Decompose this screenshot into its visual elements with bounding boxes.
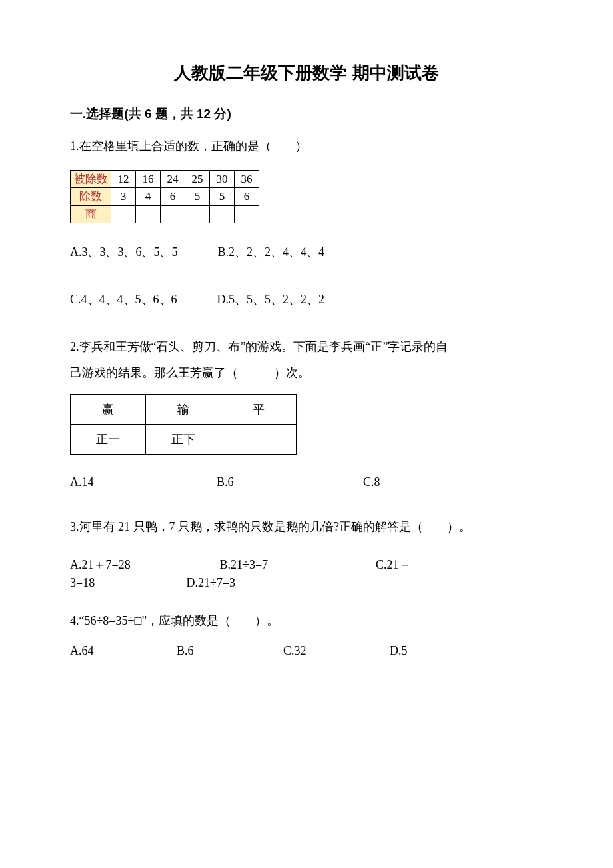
q3-opt-d: D.21÷7=3 bbox=[187, 576, 236, 589]
q1-divisor-4: 5 bbox=[210, 188, 235, 206]
q2-opt-a: A.14 bbox=[70, 473, 217, 491]
q1-divisor-0: 3 bbox=[111, 188, 136, 206]
q3-opt-a: A.21＋7=28 bbox=[70, 556, 217, 574]
table-row: 被除数 12 16 24 25 30 36 bbox=[71, 170, 259, 188]
q2-cell-draw bbox=[221, 425, 297, 455]
exam-page: 人教版二年级下册数学 期中测试卷 一.选择题(共 6 题，共 12 分) 1.在… bbox=[0, 0, 613, 720]
q2-options: A.14 B.6 C.8 bbox=[70, 473, 543, 491]
q3-opt-c-part1: C.21－ bbox=[376, 558, 411, 571]
q2-text-line2: 己游戏的结果。那么王芳赢了（ ）次。 bbox=[70, 364, 543, 382]
q1-options-row2: C.4、4、4、5、6、6 D.5、5、5、2、2、2 bbox=[70, 291, 543, 309]
q3-opt-c-part2: 3=18 bbox=[70, 574, 183, 592]
q4-options: A.64 B.6 C.32 D.5 bbox=[70, 642, 543, 660]
q4-opt-c: C.32 bbox=[283, 642, 390, 660]
q1-row1-label: 被除数 bbox=[71, 170, 111, 188]
q1-quot-0 bbox=[111, 205, 136, 223]
table-row: 除数 3 4 6 5 5 6 bbox=[71, 188, 259, 206]
q1-opt-c: C.4、4、4、5、6、6 bbox=[70, 291, 177, 309]
q2-header-lose: 输 bbox=[146, 395, 221, 425]
q1-divisor-1: 4 bbox=[136, 188, 161, 206]
q3-text: 3.河里有 21 只鸭，7 只鹅，求鸭的只数是鹅的几倍?正确的解答是（ ）。 bbox=[70, 518, 543, 536]
q1-quot-4 bbox=[210, 205, 235, 223]
table-row: 赢 输 平 bbox=[71, 395, 297, 425]
q2-cell-win: 正一 bbox=[71, 425, 146, 455]
question-4: 4.“56÷8=35÷□”，应填的数是（ ）。 A.64 B.6 C.32 D.… bbox=[70, 612, 543, 660]
question-2: 2.李兵和王芳做“石头、剪刀、布”的游戏。下面是李兵画“正”字记录的自 己游戏的… bbox=[70, 338, 543, 491]
table-row: 正一 正下 bbox=[71, 425, 297, 455]
q4-text: 4.“56÷8=35÷□”，应填的数是（ ）。 bbox=[70, 612, 543, 630]
q4-opt-d: D.5 bbox=[390, 642, 496, 660]
q1-row2-label: 除数 bbox=[71, 188, 111, 206]
q2-table: 赢 输 平 正一 正下 bbox=[70, 394, 297, 455]
q2-header-draw: 平 bbox=[221, 395, 297, 425]
page-title: 人教版二年级下册数学 期中测试卷 bbox=[70, 60, 543, 86]
q1-text: 1.在空格里填上合适的数，正确的是（ ） bbox=[70, 137, 543, 155]
q1-opt-a: A.3、3、3、6、5、5 bbox=[70, 243, 178, 261]
q1-options-row1: A.3、3、3、6、5、5 B.2、2、2、4、4、4 bbox=[70, 243, 543, 261]
q1-opt-d: D.5、5、5、2、2、2 bbox=[217, 291, 325, 309]
q1-divisor-3: 5 bbox=[185, 188, 210, 206]
q1-dividend-2: 24 bbox=[161, 170, 185, 188]
q1-dividend-3: 25 bbox=[185, 170, 210, 188]
q1-dividend-0: 12 bbox=[111, 170, 136, 188]
q1-quot-3 bbox=[185, 205, 210, 223]
question-1: 1.在空格里填上合适的数，正确的是（ ） 被除数 12 16 24 25 30 … bbox=[70, 137, 543, 309]
q1-quot-5 bbox=[235, 205, 259, 223]
section-heading: 一.选择题(共 6 题，共 12 分) bbox=[70, 105, 543, 124]
q1-opt-b: B.2、2、2、4、4、4 bbox=[218, 243, 325, 261]
q1-row3-label: 商 bbox=[71, 205, 111, 223]
q4-opt-a: A.64 bbox=[70, 642, 177, 660]
q2-header-win: 赢 bbox=[71, 395, 146, 425]
q1-table: 被除数 12 16 24 25 30 36 除数 3 4 6 5 5 6 商 bbox=[70, 170, 259, 224]
table-row: 商 bbox=[71, 205, 259, 223]
q2-text-line1: 2.李兵和王芳做“石头、剪刀、布”的游戏。下面是李兵画“正”字记录的自 bbox=[70, 338, 543, 356]
q1-quot-1 bbox=[136, 205, 161, 223]
q1-dividend-1: 16 bbox=[136, 170, 161, 188]
q1-divisor-2: 6 bbox=[161, 188, 185, 206]
q1-divisor-5: 6 bbox=[235, 188, 259, 206]
q2-cell-lose: 正下 bbox=[146, 425, 221, 455]
question-3: 3.河里有 21 只鸭，7 只鹅，求鸭的只数是鹅的几倍?正确的解答是（ ）。 A… bbox=[70, 518, 543, 592]
q4-opt-b: B.6 bbox=[177, 642, 283, 660]
q3-options-line1: A.21＋7=28 B.21÷3=7 C.21－ bbox=[70, 556, 543, 574]
q2-opt-b: B.6 bbox=[217, 473, 363, 491]
q3-options-line2: 3=18 D.21÷7=3 bbox=[70, 574, 543, 592]
q2-opt-c: C.8 bbox=[363, 473, 510, 491]
q1-dividend-4: 30 bbox=[210, 170, 235, 188]
q1-quot-2 bbox=[161, 205, 185, 223]
q3-opt-b: B.21÷3=7 bbox=[220, 556, 373, 574]
q1-dividend-5: 36 bbox=[235, 170, 259, 188]
